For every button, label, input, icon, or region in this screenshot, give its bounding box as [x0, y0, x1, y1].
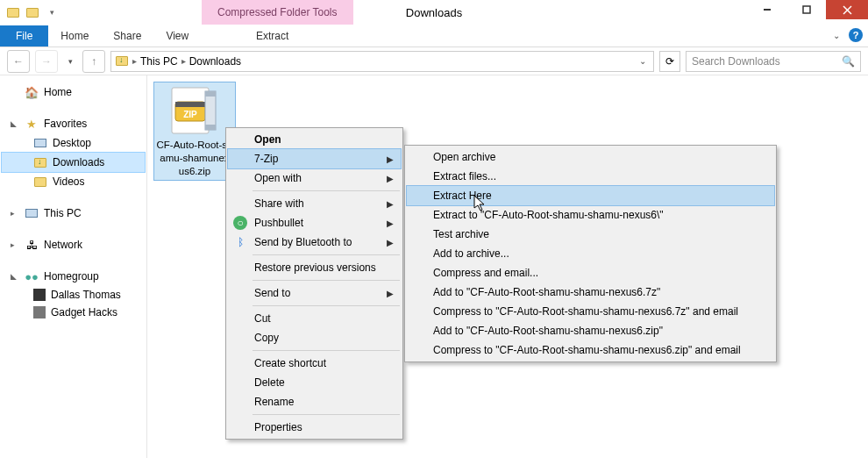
ctx-open[interactable]: Open	[228, 130, 401, 149]
ctx-compress-email[interactable]: Compress and email...	[407, 263, 774, 283]
ctx-extract-to[interactable]: Extract to "CF-Auto-Root-shamu-shamu-nex…	[407, 205, 774, 225]
svg-rect-8	[205, 91, 216, 130]
ctx-open-with[interactable]: Open with▶	[228, 168, 401, 188]
nav-homegroup[interactable]: ◣●●Homegroup	[2, 267, 145, 286]
breadcrumb-downloads[interactable]: Downloads	[189, 55, 241, 68]
recent-locations-button[interactable]: ▾	[63, 50, 77, 73]
search-icon: 🔍	[842, 55, 855, 68]
help-icon[interactable]: ?	[849, 28, 863, 42]
ctx-share-with[interactable]: Share with▶	[228, 194, 401, 213]
nav-gadget-hacks[interactable]: Gadget Hacks	[2, 304, 145, 321]
ctx-bluetooth[interactable]: ᛒSend by Bluetooth to▶	[228, 233, 401, 252]
user-icon	[33, 306, 46, 318]
ctx-add-7z[interactable]: Add to "CF-Auto-Root-shamu-shamu-nexus6.…	[407, 283, 774, 302]
ctx-test-archive[interactable]: Test archive	[407, 225, 774, 244]
forward-button[interactable]: →	[35, 50, 58, 73]
separator	[253, 280, 400, 281]
submenu-arrow-icon: ▶	[387, 238, 394, 247]
nav-videos[interactable]: Videos	[2, 172, 145, 191]
maximize-button[interactable]	[786, 0, 826, 19]
ctx-rename[interactable]: Rename	[228, 392, 401, 411]
nav-this-pc[interactable]: ▸This PC	[2, 204, 145, 223]
submenu-arrow-icon: ▶	[387, 174, 394, 183]
home-icon: 🏠	[25, 85, 39, 99]
ctx-compress-7z-email[interactable]: Compress to "CF-Auto-Root-shamu-shamu-ne…	[407, 302, 774, 321]
nav-dallas-thomas[interactable]: Dallas Thomas	[2, 286, 145, 304]
ctx-delete[interactable]: Delete	[228, 373, 401, 392]
bluetooth-icon: ᛒ	[233, 235, 247, 249]
address-bar[interactable]: ▸ This PC ▸ Downloads ⌄	[110, 51, 654, 72]
ctx-cut[interactable]: Cut	[228, 309, 401, 328]
ctx-compress-zip-email[interactable]: Compress to "CF-Auto-Root-shamu-shamu-ne…	[407, 340, 774, 360]
ctx-properties[interactable]: Properties	[228, 418, 401, 437]
ribbon-tabs: File Home Share View Extract ⌄ ?	[0, 25, 868, 47]
videos-icon	[33, 175, 47, 189]
context-submenu-7zip: Open archive Extract files... Extract He…	[404, 145, 777, 362]
downloads-icon	[33, 155, 47, 169]
ctx-add-zip[interactable]: Add to "CF-Auto-Root-shamu-shamu-nexus6.…	[407, 321, 774, 340]
window-controls	[747, 0, 868, 19]
close-button[interactable]	[826, 0, 868, 19]
tab-view[interactable]: View	[153, 25, 201, 47]
pushbullet-icon: ○	[233, 216, 247, 230]
ctx-pushbullet[interactable]: ○Pushbullet▶	[228, 213, 401, 233]
tab-extract[interactable]: Extract	[244, 25, 301, 47]
tab-share[interactable]: Share	[101, 25, 153, 47]
search-placeholder: Search Downloads	[692, 55, 780, 68]
separator	[253, 414, 400, 415]
zip-file-icon: ZIP	[167, 86, 223, 135]
address-dropdown-icon[interactable]: ⌄	[639, 56, 646, 66]
tab-home[interactable]: Home	[48, 25, 101, 47]
ctx-extract-files[interactable]: Extract files...	[407, 167, 774, 186]
up-button[interactable]: ↑	[82, 50, 105, 73]
file-zip[interactable]: ZIP CF-Auto-Root-shamu-shamunexus6.zip	[154, 82, 235, 180]
ctx-extract-here[interactable]: Extract Here	[407, 186, 774, 205]
pc-icon	[25, 206, 39, 220]
nav-favorites[interactable]: ◣★Favorites	[2, 114, 145, 133]
window-titlebar: ▾ Compressed Folder Tools Downloads	[0, 0, 868, 25]
ctx-copy[interactable]: Copy	[228, 328, 401, 347]
separator	[253, 350, 400, 351]
ribbon-expand-icon[interactable]: ⌄	[833, 31, 840, 40]
desktop-icon	[33, 136, 47, 150]
separator	[253, 254, 400, 255]
ctx-open-archive[interactable]: Open archive	[407, 147, 774, 167]
location-icon	[115, 54, 129, 68]
properties-icon[interactable]	[5, 4, 21, 20]
separator	[253, 190, 400, 191]
nav-desktop[interactable]: Desktop	[2, 133, 145, 153]
svg-rect-6	[175, 102, 205, 107]
submenu-arrow-icon: ▶	[387, 218, 394, 228]
nav-network[interactable]: ▸🖧Network	[2, 235, 145, 254]
crumb-sep-icon[interactable]: ▸	[181, 56, 186, 66]
svg-text:ZIP: ZIP	[183, 110, 197, 119]
star-icon: ★	[25, 117, 39, 131]
new-folder-icon[interactable]	[25, 4, 40, 20]
refresh-button[interactable]: ⟳	[659, 51, 680, 72]
back-button[interactable]: ←	[7, 50, 30, 73]
crumb-sep-icon[interactable]: ▸	[132, 56, 137, 66]
ctx-send-to[interactable]: Send to▶	[228, 283, 401, 303]
nav-downloads[interactable]: Downloads	[2, 153, 145, 172]
ctx-add-to-archive[interactable]: Add to archive...	[407, 244, 774, 263]
user-icon	[33, 289, 46, 301]
submenu-arrow-icon: ▶	[387, 199, 394, 209]
ctx-7zip[interactable]: 7-Zip▶	[228, 149, 401, 168]
submenu-arrow-icon: ▶	[387, 154, 394, 164]
breadcrumb-this-pc[interactable]: This PC	[140, 55, 178, 68]
minimize-button[interactable]	[747, 0, 786, 19]
network-icon: 🖧	[25, 238, 39, 252]
file-label: CF-Auto-Root-shamu-shamunexus6.zip	[156, 139, 233, 178]
separator	[253, 305, 400, 306]
ctx-create-shortcut[interactable]: Create shortcut	[228, 354, 401, 373]
svg-rect-9	[205, 91, 216, 97]
window-title: Downloads	[406, 6, 462, 19]
ctx-restore-versions[interactable]: Restore previous versions	[228, 258, 401, 277]
tab-file[interactable]: File	[0, 25, 48, 47]
navigation-pane: 🏠Home ◣★Favorites Desktop Downloads Vide…	[0, 75, 147, 458]
submenu-arrow-icon: ▶	[387, 289, 394, 298]
search-input[interactable]: Search Downloads 🔍	[686, 51, 861, 72]
nav-home[interactable]: 🏠Home	[2, 82, 145, 102]
qat-dropdown-icon[interactable]: ▾	[44, 4, 60, 20]
svg-rect-10	[205, 125, 216, 130]
